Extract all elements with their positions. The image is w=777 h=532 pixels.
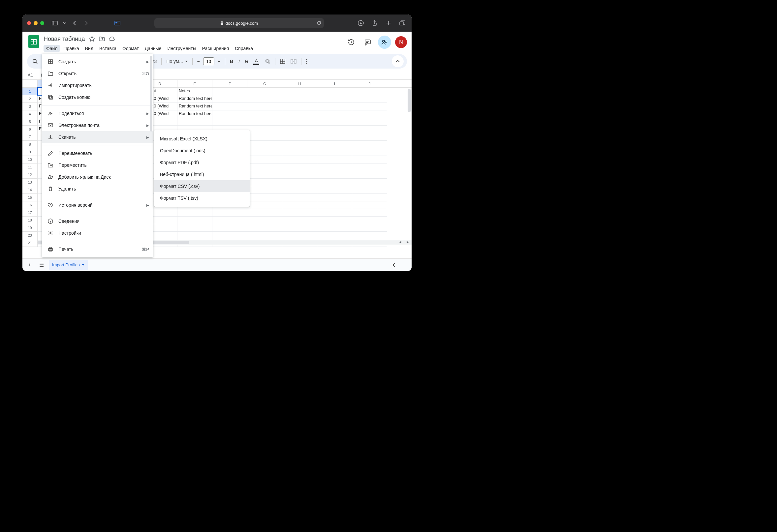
grid-cell[interactable]: [317, 126, 352, 133]
menu-file[interactable]: Файл: [43, 45, 60, 52]
grid-cell[interactable]: [352, 103, 387, 110]
select-all-corner[interactable]: [22, 80, 37, 87]
url-bar[interactable]: docs.google.com: [154, 18, 324, 28]
grid-cell[interactable]: [282, 126, 317, 133]
menu-insert[interactable]: Вставка: [97, 45, 119, 52]
grid-cell[interactable]: [212, 110, 247, 118]
grid-cell[interactable]: [212, 118, 247, 126]
grid-cell[interactable]: [247, 186, 282, 194]
submenu-item-ods[interactable]: OpenDocument (.ods): [154, 145, 250, 157]
grid-cell[interactable]: [317, 163, 352, 171]
grid-cell[interactable]: [352, 156, 387, 163]
fill-color-button[interactable]: [262, 57, 272, 65]
menu-scrollbar[interactable]: [150, 56, 152, 132]
grid-cell[interactable]: [352, 232, 387, 239]
column-header[interactable]: J: [352, 80, 387, 87]
grid-cell[interactable]: [178, 209, 212, 217]
grid-cell[interactable]: [352, 194, 387, 202]
back-button[interactable]: [70, 18, 79, 28]
row-header[interactable]: 1: [22, 88, 37, 95]
grid-cell[interactable]: [247, 163, 282, 171]
menu-item-email[interactable]: Электронная почта ▶: [42, 119, 153, 131]
column-header[interactable]: F: [212, 80, 247, 87]
move-to-folder-icon[interactable]: [99, 36, 105, 41]
row-header[interactable]: 9: [22, 148, 37, 156]
row-header[interactable]: 12: [22, 171, 37, 179]
submenu-item-html[interactable]: Веб-страница (.html): [154, 168, 250, 180]
add-sheet-button[interactable]: +: [25, 260, 34, 270]
row-header[interactable]: 8: [22, 141, 37, 148]
merge-cells-button[interactable]: [289, 58, 299, 65]
grid-cell[interactable]: [282, 148, 317, 156]
downloads-button[interactable]: [356, 18, 365, 28]
grid-cell[interactable]: [247, 232, 282, 239]
reload-button[interactable]: [317, 21, 321, 25]
grid-cell[interactable]: [352, 141, 387, 148]
row-header[interactable]: 4: [22, 110, 37, 118]
grid-cell[interactable]: Random text here 3: [178, 110, 212, 118]
grid-cell[interactable]: [282, 88, 317, 95]
grid-cell[interactable]: [317, 224, 352, 232]
grid-cell[interactable]: [352, 179, 387, 186]
grid-cell[interactable]: [212, 209, 247, 217]
grid-cell[interactable]: [282, 224, 317, 232]
row-header[interactable]: 21: [22, 239, 37, 247]
name-box[interactable]: A1: [22, 73, 38, 78]
minimize-window-button[interactable]: [34, 21, 37, 25]
grid-cell[interactable]: [212, 88, 247, 95]
grid-cell[interactable]: [212, 103, 247, 110]
grid-cell[interactable]: [282, 118, 317, 126]
grid-cell[interactable]: [247, 148, 282, 156]
grid-cell[interactable]: [317, 95, 352, 103]
grid-cell[interactable]: [317, 209, 352, 217]
row-header[interactable]: 6: [22, 126, 37, 133]
grid-cell[interactable]: [352, 171, 387, 179]
grid-cell[interactable]: [352, 209, 387, 217]
grid-cell[interactable]: Random text here 1: [178, 95, 212, 103]
menu-item-move[interactable]: Переместить: [42, 159, 153, 171]
grid-cell[interactable]: [282, 186, 317, 194]
grid-cell[interactable]: [282, 156, 317, 163]
grid-cell[interactable]: [282, 103, 317, 110]
share-button[interactable]: [370, 18, 379, 28]
grid-cell[interactable]: [352, 95, 387, 103]
column-header[interactable]: I: [317, 80, 352, 87]
grid-cell[interactable]: [212, 232, 247, 239]
grid-cell[interactable]: [247, 156, 282, 163]
sheets-logo[interactable]: [27, 35, 40, 48]
menu-item-print[interactable]: Печать ⌘P: [42, 243, 153, 255]
grid-cell[interactable]: [317, 179, 352, 186]
grid-cell[interactable]: [317, 156, 352, 163]
grid-cell[interactable]: [317, 141, 352, 148]
submenu-item-xlsx[interactable]: Microsoft Excel (XLSX): [154, 133, 250, 145]
menu-item-add-shortcut[interactable]: Добавить ярлык на Диск: [42, 171, 153, 183]
row-header[interactable]: 19: [22, 224, 37, 232]
grid-cell[interactable]: [247, 133, 282, 141]
maximize-window-button[interactable]: [40, 21, 44, 25]
grid-cell[interactable]: [352, 118, 387, 126]
grid-cell[interactable]: [247, 95, 282, 103]
row-header[interactable]: 14: [22, 186, 37, 194]
row-header[interactable]: 10: [22, 156, 37, 163]
hscroll-buttons[interactable]: ◀▶: [397, 240, 412, 245]
share-button[interactable]: [378, 36, 391, 49]
grid-cell[interactable]: Random text here 2: [178, 103, 212, 110]
menu-item-rename[interactable]: Переименовать: [42, 147, 153, 159]
menu-extensions[interactable]: Расширения: [200, 45, 231, 52]
grid-cell[interactable]: [178, 118, 212, 126]
grid-cell[interactable]: Notes: [178, 88, 212, 95]
row-header[interactable]: 2: [22, 95, 37, 103]
star-icon[interactable]: [89, 36, 95, 42]
grid-cell[interactable]: [317, 232, 352, 239]
menu-help[interactable]: Справка: [232, 45, 255, 52]
grid-cell[interactable]: [352, 163, 387, 171]
tabs-overview-button[interactable]: [398, 18, 407, 28]
row-header[interactable]: 7: [22, 133, 37, 141]
menu-edit[interactable]: Правка: [61, 45, 82, 52]
menu-format[interactable]: Формат: [120, 45, 141, 52]
font-size-input[interactable]: [203, 57, 214, 65]
document-title[interactable]: Новая таблица: [43, 36, 85, 42]
grid-cell[interactable]: [212, 217, 247, 224]
italic-button[interactable]: I: [236, 57, 242, 65]
grid-cell[interactable]: [352, 126, 387, 133]
